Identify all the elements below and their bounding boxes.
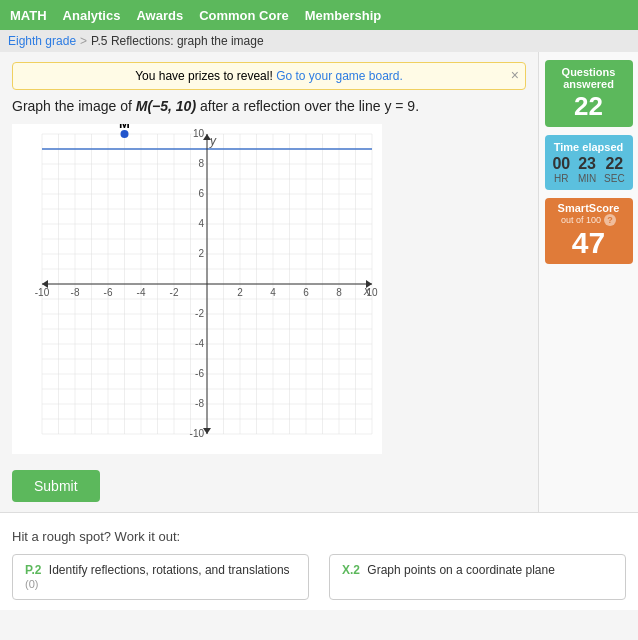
problem-text: Graph the image of M(−5, 10) after a ref…	[12, 98, 526, 114]
breadcrumb-current: P.5 Reflections: graph the image	[91, 34, 264, 48]
skill-code-0: P.2	[25, 563, 41, 577]
breadcrumb: Eighth grade > P.5 Reflections: graph th…	[0, 30, 638, 52]
problem-point: M(−5, 10)	[136, 98, 196, 114]
timer-sec-col: 22 SEC	[604, 155, 625, 184]
breadcrumb-separator: >	[80, 34, 87, 48]
content-area: You have prizes to reveal! Go to your ga…	[0, 52, 538, 512]
nav-membership[interactable]: Membership	[305, 8, 382, 23]
nav-awards[interactable]: Awards	[136, 8, 183, 23]
smartscore-card: SmartScore out of 100 ? 47	[545, 198, 633, 264]
timer-sec-label: SEC	[604, 173, 625, 184]
graph-canvas[interactable]	[12, 124, 382, 454]
smartscore-sublabel: out of 100 ?	[549, 214, 629, 226]
notification-link[interactable]: Go to your game board.	[276, 69, 403, 83]
notification-text: You have prizes to reveal!	[135, 69, 273, 83]
questions-card: Questions answered 22	[545, 60, 633, 127]
smartscore-value: 47	[549, 226, 629, 260]
problem-equation: y = 9.	[384, 98, 419, 114]
bottom-section: Hit a rough spot? Work it out: P.2 Ident…	[0, 512, 638, 610]
skill-link-1[interactable]: X.2 Graph points on a coordinate plane	[329, 554, 626, 600]
questions-value: 22	[549, 92, 629, 121]
timer-hr-col: 00 HR	[552, 155, 570, 184]
nav-common-core[interactable]: Common Core	[199, 8, 289, 23]
timer-row: 00 HR 23 MIN 22 SEC	[549, 155, 629, 184]
top-nav: MATH Analytics Awards Common Core Member…	[0, 0, 638, 30]
problem-suffix: after a reflection over the line	[200, 98, 381, 114]
timer-hr-label: HR	[552, 173, 570, 184]
main-layout: You have prizes to reveal! Go to your ga…	[0, 52, 638, 512]
nav-analytics[interactable]: Analytics	[63, 8, 121, 23]
timer-min-col: 23 MIN	[578, 155, 596, 184]
questions-label: Questions answered	[549, 66, 629, 90]
timer-hr: 00	[552, 155, 570, 173]
smartscore-label: SmartScore	[549, 202, 629, 214]
timer-card: Time elapsed 00 HR 23 MIN 22 SEC	[545, 135, 633, 190]
submit-button[interactable]: Submit	[12, 470, 100, 502]
notification-close[interactable]: ×	[511, 67, 519, 83]
timer-sec: 22	[604, 155, 625, 173]
notification-banner: You have prizes to reveal! Go to your ga…	[12, 62, 526, 90]
problem-prefix: Graph the image of	[12, 98, 132, 114]
skill-code-1: X.2	[342, 563, 360, 577]
sidebar: Questions answered 22 Time elapsed 00 HR…	[538, 52, 638, 512]
breadcrumb-parent[interactable]: Eighth grade	[8, 34, 76, 48]
skill-link-0[interactable]: P.2 Identify reflections, rotations, and…	[12, 554, 309, 600]
bottom-title: Hit a rough spot? Work it out:	[12, 529, 626, 544]
graph-container[interactable]	[12, 124, 382, 454]
skill-label-1: Graph points on a coordinate plane	[367, 563, 554, 577]
skill-links: P.2 Identify reflections, rotations, and…	[12, 554, 626, 600]
skill-count-0: (0)	[25, 578, 38, 590]
skill-label-0: Identify reflections, rotations, and tra…	[49, 563, 290, 577]
timer-label: Time elapsed	[549, 141, 629, 153]
nav-math[interactable]: MATH	[10, 8, 47, 23]
timer-min-label: MIN	[578, 173, 596, 184]
timer-min: 23	[578, 155, 596, 173]
info-icon[interactable]: ?	[604, 214, 616, 226]
